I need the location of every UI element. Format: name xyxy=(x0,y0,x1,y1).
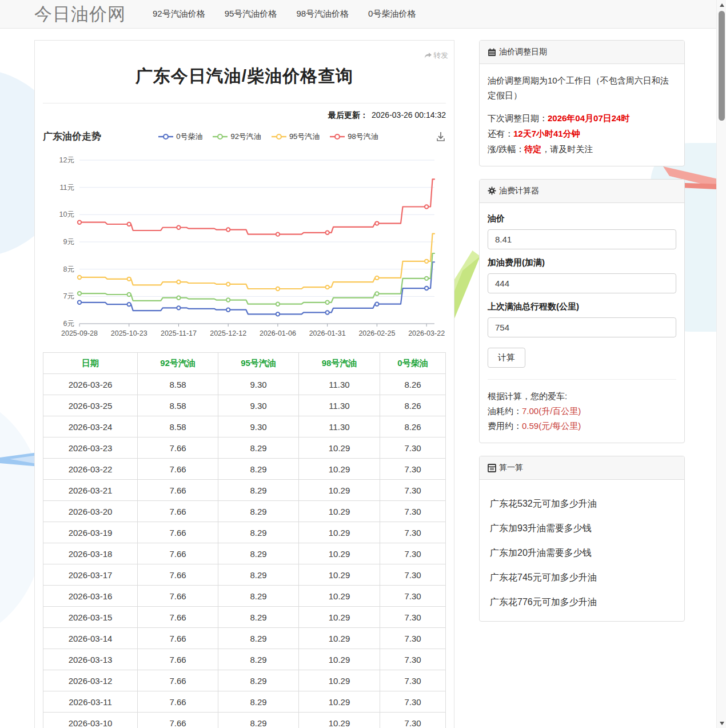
adjust-date-panel-header: 油价调整日期 xyxy=(480,41,684,64)
oil-price-label: 油价 xyxy=(488,213,676,224)
table-cell: 7.30 xyxy=(380,713,446,728)
svg-text:2025-09-28: 2025-09-28 xyxy=(61,329,98,337)
table-cell: 7.30 xyxy=(380,459,446,480)
scrollbar-up-arrow[interactable] xyxy=(717,0,726,10)
table-cell: 9.30 xyxy=(218,374,299,395)
svg-text:2026-02-25: 2026-02-25 xyxy=(358,329,395,337)
table-cell: 11.30 xyxy=(299,416,380,437)
scrollbar-down-arrow[interactable] xyxy=(717,718,726,728)
table-cell: 8.29 xyxy=(218,691,299,713)
table-cell: 7.30 xyxy=(380,649,446,670)
table-header-cell: 0号柴油 xyxy=(380,353,446,374)
table-cell: 8.29 xyxy=(218,437,299,459)
nav-link-3[interactable]: 0号柴油价格 xyxy=(358,9,425,19)
table-row: 2026-03-237.668.2910.297.30 xyxy=(43,437,446,459)
table-cell: 2026-03-10 xyxy=(43,713,138,728)
table-cell: 7.66 xyxy=(138,459,218,480)
cost-per-km-line: 费用约：0.59(元/每公里) xyxy=(488,419,676,433)
legend-item[interactable]: 98号汽油 xyxy=(330,132,378,142)
main-card: 转发 广东今日汽油/柴油价格查询 最后更新：2026-03-26 00:14:3… xyxy=(34,40,454,728)
table-cell: 8.29 xyxy=(218,480,299,501)
svg-text:2026-01-31: 2026-01-31 xyxy=(309,329,346,337)
table-cell: 8.26 xyxy=(380,416,446,437)
table-cell: 8.29 xyxy=(218,670,299,691)
chart-title: 广东油价走势 xyxy=(43,130,101,143)
table-row: 2026-03-268.589.3011.308.26 xyxy=(43,374,446,395)
share-link[interactable]: 转发 xyxy=(424,50,448,61)
adjust-date-panel-title: 油价调整日期 xyxy=(499,47,547,57)
title-divider xyxy=(43,103,446,104)
svg-text:2026-03-22: 2026-03-22 xyxy=(408,329,445,337)
scrollbar-thumb[interactable] xyxy=(719,11,725,121)
site-logo[interactable]: 今日油价网 xyxy=(34,2,126,26)
table-cell: 10.29 xyxy=(299,437,380,459)
nav-link-0[interactable]: 92号汽油价格 xyxy=(143,9,215,19)
calculator-icon xyxy=(488,464,496,472)
quick-calc-link-4[interactable]: 广东花776元可加多少升油 xyxy=(490,596,674,608)
calendar-icon xyxy=(488,48,496,57)
fuel-calculator-panel-header: 油费计算器 xyxy=(480,180,684,203)
download-chart-button[interactable] xyxy=(436,131,446,142)
svg-text:9元: 9元 xyxy=(63,238,74,246)
table-cell: 7.66 xyxy=(138,670,218,691)
legend-item[interactable]: 95号汽油 xyxy=(272,132,320,142)
fuel-consumption-line: 油耗约：7.00(升/百公里) xyxy=(488,404,676,419)
calc-result-intro: 根据计算，您的爱车: xyxy=(488,389,676,404)
table-cell: 7.30 xyxy=(380,586,446,607)
refuel-cost-input[interactable] xyxy=(488,273,676,293)
table-cell: 10.29 xyxy=(299,459,380,480)
quick-calc-link-3[interactable]: 广东花745元可加多少升油 xyxy=(490,572,674,584)
svg-text:8元: 8元 xyxy=(63,265,74,273)
table-cell: 2026-03-20 xyxy=(43,501,138,522)
table-header-cell: 95号汽油 xyxy=(218,353,299,374)
legend-item[interactable]: 0号柴油 xyxy=(158,132,202,142)
table-cell: 2026-03-26 xyxy=(43,374,138,395)
browser-scrollbar[interactable] xyxy=(716,0,726,728)
adjust-date-panel: 油价调整日期 油价调整周期为10个工作日（不包含周六日和法定假日） 下次调整日期… xyxy=(479,40,685,166)
table-cell: 7.66 xyxy=(138,437,218,459)
table-cell: 10.29 xyxy=(299,649,380,670)
page-title: 广东今日汽油/柴油价格查询 xyxy=(43,65,446,88)
table-header-cell: 98号汽油 xyxy=(299,353,380,374)
share-icon xyxy=(424,52,432,59)
table-row: 2026-03-117.668.2910.297.30 xyxy=(43,691,446,713)
download-icon xyxy=(436,131,446,142)
table-cell: 2026-03-25 xyxy=(43,395,138,416)
table-cell: 11.30 xyxy=(299,395,380,416)
oil-price-input[interactable] xyxy=(488,229,676,249)
table-row: 2026-03-137.668.2910.297.30 xyxy=(43,649,446,670)
table-header-cell: 92号汽油 xyxy=(138,353,218,374)
quick-calc-link-0[interactable]: 广东花532元可加多少升油 xyxy=(490,498,674,510)
legend-marker-icon xyxy=(213,133,228,140)
legend-item[interactable]: 92号汽油 xyxy=(213,132,261,142)
table-cell: 7.30 xyxy=(380,437,446,459)
table-cell: 7.30 xyxy=(380,670,446,691)
table-cell: 7.66 xyxy=(138,501,218,522)
table-cell: 2026-03-14 xyxy=(43,628,138,649)
table-row: 2026-03-187.668.2910.297.30 xyxy=(43,543,446,564)
table-cell: 7.66 xyxy=(138,522,218,543)
mileage-input[interactable] xyxy=(488,317,676,337)
table-cell: 2026-03-15 xyxy=(43,607,138,628)
nav-link-2[interactable]: 98号汽油价格 xyxy=(286,9,358,19)
table-row: 2026-03-157.668.2910.297.30 xyxy=(43,607,446,628)
price-trend-chart: 12元11元10元9元8元7元6元2025-09-282025-10-23202… xyxy=(43,146,446,347)
table-row: 2026-03-207.668.2910.297.30 xyxy=(43,501,446,522)
table-cell: 2026-03-19 xyxy=(43,522,138,543)
legend-marker-icon xyxy=(158,133,173,140)
table-row: 2026-03-107.668.2910.297.30 xyxy=(43,713,446,728)
table-cell: 7.30 xyxy=(380,543,446,564)
table-cell: 7.66 xyxy=(138,628,218,649)
quick-calc-link-2[interactable]: 广东加20升油需要多少钱 xyxy=(490,547,674,559)
table-cell: 7.66 xyxy=(138,480,218,501)
table-cell: 2026-03-11 xyxy=(43,691,138,713)
quick-calc-link-1[interactable]: 广东加93升油需要多少钱 xyxy=(490,523,674,535)
table-cell: 10.29 xyxy=(299,480,380,501)
table-cell: 8.58 xyxy=(138,416,218,437)
nav-link-1[interactable]: 95号汽油价格 xyxy=(215,9,287,19)
table-cell: 10.29 xyxy=(299,628,380,649)
calculate-button[interactable]: 计算 xyxy=(488,348,525,368)
table-cell: 8.29 xyxy=(218,543,299,564)
cost-per-km-value: 0.59(元/每公里) xyxy=(522,421,581,431)
table-cell: 8.29 xyxy=(218,501,299,522)
